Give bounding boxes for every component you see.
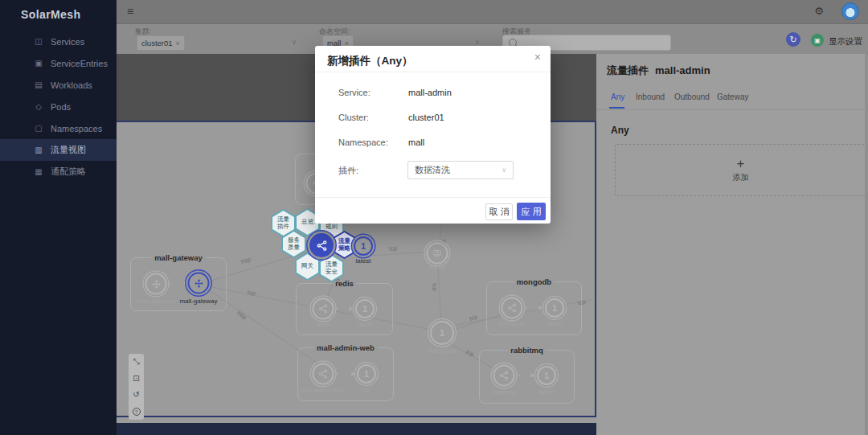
tab-divider xyxy=(596,109,868,110)
tab-any[interactable]: Any xyxy=(611,92,624,101)
user-avatar[interactable] xyxy=(841,2,859,20)
internal-edge: tcp xyxy=(334,306,352,313)
display-settings-button[interactable]: 显示设置 xyxy=(829,36,862,47)
sidebar-item-services[interactable]: ◫Services xyxy=(0,31,117,52)
add-plugin-button[interactable]: + 添加 xyxy=(615,144,866,196)
add-plugin-modal: 新增插件（Any） × Service: mall-admin Cluster:… xyxy=(315,46,551,224)
fit-screen-icon[interactable]: ⤡ xyxy=(133,358,140,366)
namespaces-icon: ▢ xyxy=(34,124,43,133)
node-mongodb[interactable] xyxy=(502,298,523,319)
namespace-field-label: Namespace: xyxy=(338,137,388,147)
node-label: mongodb xyxy=(498,320,525,327)
service-field-value: mall-admin xyxy=(408,88,452,97)
fit-view-icon[interactable]: ⊡ xyxy=(133,375,139,383)
node-mongodb-latest[interactable]: 1 xyxy=(545,298,564,318)
edge-label: tcp xyxy=(389,244,398,252)
modal-header-divider xyxy=(315,72,551,72)
sidebar-item-pods[interactable]: ◇Pods xyxy=(0,96,117,117)
share-icon xyxy=(316,240,328,252)
panel-title-text: 流量插件 xyxy=(607,64,649,76)
panel-service-name: mall-admin xyxy=(655,64,710,76)
node-label: latest xyxy=(547,320,562,327)
node-redis[interactable] xyxy=(313,298,334,320)
cluster-field-value: cluster01 xyxy=(408,113,444,122)
solarmesh-app: http tcp http tcp tcp tcp tcp tcp tcp tc… xyxy=(0,0,868,435)
node-rabbitmq-latest[interactable]: 1 xyxy=(537,366,556,385)
top-navbar: ≡ ⚙ xyxy=(117,0,868,24)
panel-title: 流量插件mall-admin xyxy=(607,64,710,78)
namespace-field-value: mall xyxy=(408,137,424,147)
share-icon xyxy=(318,369,329,380)
services-icon: ◫ xyxy=(34,37,43,46)
menu-collapse-icon[interactable]: ≡ xyxy=(127,5,133,18)
tab-gateway[interactable]: Gateway xyxy=(717,92,748,101)
sidebar-item-service-entries[interactable]: ▣ServiceEntries xyxy=(0,52,117,74)
database-server-icon xyxy=(432,248,443,259)
service-entries-icon: ▣ xyxy=(34,59,43,68)
node-mall-admin-web[interactable] xyxy=(313,363,334,385)
edge-label: tcp xyxy=(247,289,256,298)
tab-inbound[interactable]: Inbound xyxy=(636,92,665,101)
gateway-icon xyxy=(150,278,162,289)
panel-scrollbar[interactable] xyxy=(865,54,868,435)
group-title: mall-gateway xyxy=(151,253,206,262)
app-logo: SolarMesh xyxy=(0,0,117,21)
display-settings-icon[interactable]: ▣ xyxy=(811,34,824,47)
share-icon xyxy=(507,303,518,314)
policy-icon: ▦ xyxy=(34,167,43,176)
sidebar-item-namespaces[interactable]: ▢Namespaces xyxy=(0,117,117,139)
group-title: rabbitmq xyxy=(507,346,547,355)
reset-view-icon[interactable]: ↺ xyxy=(133,391,139,399)
apply-button[interactable]: 应 用 xyxy=(517,203,546,220)
node-label: redis xyxy=(316,321,330,328)
gateway-icon xyxy=(193,277,204,289)
sidebar-item-traffic-view[interactable]: ▥流量视图 xyxy=(0,139,117,161)
cluster-tag[interactable]: cluster01 × xyxy=(137,35,185,51)
node-mall-gateway-selected[interactable] xyxy=(188,273,210,294)
node-mall-portal[interactable]: 1 xyxy=(430,321,454,345)
graph-toolbar: ⤡ ⊡ ↺ ? xyxy=(129,354,144,420)
plugin-field-label: 插件: xyxy=(338,165,358,177)
node-label: latest xyxy=(355,257,371,265)
refresh-button[interactable]: ↻ xyxy=(786,32,800,47)
node-mall-admin-latest[interactable]: 1 xyxy=(354,236,373,256)
namespace-select-chevron-icon[interactable]: ∨ xyxy=(475,39,480,46)
node-mall-admin-web-v1[interactable]: 1 xyxy=(357,364,376,384)
node-label: latest xyxy=(357,321,372,328)
modal-title: 新增插件（Any） xyxy=(327,54,413,68)
help-icon[interactable]: ? xyxy=(133,408,141,416)
plugin-select[interactable]: 数据清洗 ∨ xyxy=(407,161,514,179)
node-label: mall-admin-web xyxy=(301,387,346,394)
internal-edge: tcp xyxy=(515,372,534,380)
internal-edge: http xyxy=(166,280,187,287)
edge-label: tcp xyxy=(431,283,439,291)
sidebar-item-workloads[interactable]: ▤Workloads xyxy=(0,74,117,96)
content-bottom-strip xyxy=(117,423,596,435)
cluster-select-chevron-icon[interactable]: ∨ xyxy=(292,39,297,46)
internal-edge: tcp xyxy=(523,305,542,312)
node-mysql[interactable] xyxy=(427,243,448,265)
edge-label: tcp xyxy=(577,298,587,307)
section-title-any: Any xyxy=(611,125,629,136)
group-title: mall-admin-web xyxy=(313,343,378,352)
sidebar-item-policy[interactable]: ▦通配策略 xyxy=(0,161,117,183)
node-label: mysql xyxy=(429,264,446,271)
gear-icon[interactable]: ⚙ xyxy=(814,5,824,17)
close-icon[interactable]: × xyxy=(534,51,541,64)
sidebar: SolarMesh ◫Services ▣ServiceEntries ▤Wor… xyxy=(0,0,117,435)
internal-edge: http xyxy=(334,371,354,378)
node-rabbitmq[interactable] xyxy=(493,365,515,387)
node-label: mall-gateway xyxy=(179,298,217,305)
node-redis-latest[interactable]: 1 xyxy=(355,299,375,318)
node-mall-admin-selected[interactable] xyxy=(309,233,334,257)
tab-outbound[interactable]: Outbound xyxy=(674,92,710,101)
add-label: 添加 xyxy=(733,172,749,183)
node-mall-gateway-old[interactable] xyxy=(145,273,167,295)
modal-footer-divider xyxy=(315,197,551,198)
cancel-button[interactable]: 取 消 xyxy=(485,203,513,220)
pods-icon: ◇ xyxy=(34,102,43,111)
node-label: rabbitmq xyxy=(491,388,516,396)
remove-cluster-icon[interactable]: × xyxy=(176,39,180,47)
share-icon xyxy=(499,371,510,381)
service-field-label: Service: xyxy=(338,88,371,97)
